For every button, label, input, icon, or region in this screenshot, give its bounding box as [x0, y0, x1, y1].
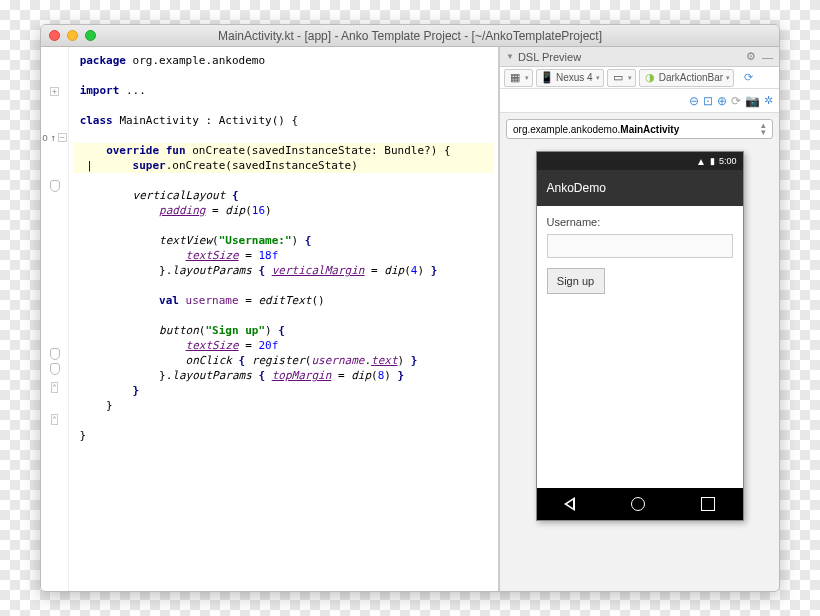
- fold-close-icon[interactable]: ⌃: [51, 382, 58, 393]
- keyword-val: val: [159, 294, 179, 307]
- code-editor[interactable]: + o↑− ⌃ ⌃ packa: [41, 47, 499, 591]
- method-params: savedInstanceState: Bundle?: [252, 144, 431, 157]
- prop-textSize: textSize: [186, 339, 239, 352]
- ide-window: MainActivity.kt - [app] - Anko Template …: [40, 24, 780, 592]
- shield-marker-icon: [50, 348, 60, 360]
- titlebar[interactable]: MainActivity.kt - [app] - Anko Template …: [41, 25, 779, 47]
- prop-text: text: [371, 354, 398, 367]
- prop-textSize: textSize: [186, 249, 239, 262]
- up-marker-icon[interactable]: ↑: [50, 132, 56, 143]
- call-dip: dip: [225, 204, 245, 217]
- preview-header[interactable]: ▼ DSL Preview ⚙ —: [500, 47, 779, 67]
- battery-icon: ▮: [710, 156, 715, 166]
- chevron-up-down-icon: ▴▾: [761, 122, 766, 136]
- dsl-preview-panel: ▼ DSL Preview ⚙ — ▦ 📱Nexus 4 ▭ ◑DarkActi…: [499, 47, 779, 591]
- phone-frame: ▲ ▮ 5:00 AnkoDemo Username: Sign up: [536, 151, 744, 521]
- phone-body: Username: Sign up: [537, 206, 743, 488]
- minimize-panel-icon[interactable]: —: [762, 51, 773, 63]
- zoom-fit-button[interactable]: ⊡: [703, 94, 713, 108]
- var-username: username: [186, 294, 239, 307]
- class-selector[interactable]: org.example.ankodemo.MainActivity ▴▾: [506, 119, 773, 139]
- call-layoutParams: layoutParams: [172, 264, 251, 277]
- settings-icon[interactable]: ✲: [764, 94, 773, 107]
- phone-appbar: AnkoDemo: [537, 170, 743, 206]
- prop-padding: padding: [159, 204, 205, 217]
- app-title: AnkoDemo: [547, 181, 606, 195]
- num-padding: 16: [252, 204, 265, 217]
- string-signup: "Sign up": [205, 324, 265, 337]
- prop-verticalMargin: verticalMargin: [272, 264, 365, 277]
- phone-time: 5:00: [719, 156, 737, 166]
- nav-home-icon[interactable]: [631, 497, 645, 511]
- super-call: onCreate: [172, 159, 225, 172]
- refresh-grey-icon[interactable]: ⟳: [731, 94, 741, 108]
- override-marker-icon[interactable]: o: [42, 132, 48, 143]
- username-label: Username:: [547, 216, 733, 228]
- nav-back-icon[interactable]: [564, 497, 575, 511]
- shield-marker-icon: [50, 363, 60, 375]
- preview-toolbar-zoom: ⊖ ⊡ ⊕ ⟳ 📷 ✲: [500, 89, 779, 113]
- prop-topMargin: topMargin: [272, 369, 332, 382]
- window-title: MainActivity.kt - [app] - Anko Template …: [41, 29, 779, 43]
- config-icon: ▦: [508, 71, 522, 85]
- refresh-button[interactable]: ⟳: [737, 69, 759, 87]
- code-area[interactable]: package org.example.ankodemo import ... …: [69, 47, 498, 591]
- device-label: Nexus 4: [556, 72, 593, 83]
- shield-marker-icon: [50, 180, 60, 192]
- theme-label: DarkActionBar: [659, 72, 723, 83]
- class-name: MainActivity: [119, 114, 198, 127]
- screenshot-icon[interactable]: 📷: [745, 94, 760, 108]
- call-onClick: onClick: [186, 354, 232, 367]
- keyword-import: import: [80, 84, 120, 97]
- call-register: register: [252, 354, 305, 367]
- preview-toolbar: ▦ 📱Nexus 4 ▭ ◑DarkActionBar ⟳: [500, 67, 779, 89]
- call-editText: editText: [258, 294, 311, 307]
- phone-preview-area: ▲ ▮ 5:00 AnkoDemo Username: Sign up: [500, 145, 779, 591]
- device-dropdown[interactable]: 📱Nexus 4: [536, 69, 604, 87]
- gear-icon[interactable]: ⚙: [746, 50, 756, 63]
- preview-title: DSL Preview: [518, 51, 581, 63]
- wifi-icon: ▲: [696, 156, 706, 167]
- call-button: button: [159, 324, 199, 337]
- num-textSize2: 20f: [258, 339, 278, 352]
- nav-recent-icon[interactable]: [701, 497, 715, 511]
- signup-button[interactable]: Sign up: [547, 268, 605, 294]
- keyword-fun: fun: [166, 144, 186, 157]
- collapse-icon[interactable]: ▼: [506, 52, 514, 61]
- config-dropdown[interactable]: ▦: [504, 69, 533, 87]
- editor-gutter[interactable]: + o↑− ⌃ ⌃: [41, 47, 69, 591]
- theme-dropdown[interactable]: ◑DarkActionBar: [639, 69, 734, 87]
- keyword-super: super: [133, 159, 166, 172]
- theme-icon: ◑: [643, 71, 657, 85]
- username-input[interactable]: [547, 234, 733, 258]
- keyword-class: class: [80, 114, 113, 127]
- method-name: onCreate: [192, 144, 245, 157]
- keyword-override: override: [106, 144, 159, 157]
- import-ellipsis: ...: [126, 84, 146, 97]
- fold-import-icon[interactable]: +: [50, 87, 59, 96]
- orientation-dropdown[interactable]: ▭: [607, 69, 636, 87]
- fold-close-icon[interactable]: ⌃: [51, 414, 58, 425]
- string-username: "Username:": [219, 234, 292, 247]
- num-textSize1: 18f: [258, 249, 278, 262]
- call-textView: textView: [159, 234, 212, 247]
- device-icon: 📱: [540, 71, 554, 85]
- num-topmargin: 8: [378, 369, 385, 382]
- keyword-package: package: [80, 54, 126, 67]
- orientation-icon: ▭: [611, 71, 625, 85]
- phone-statusbar: ▲ ▮ 5:00: [537, 152, 743, 170]
- super-class: Activity(): [219, 114, 285, 127]
- zoom-out-button[interactable]: ⊖: [689, 94, 699, 108]
- package-name: org.example.ankodemo: [133, 54, 265, 67]
- ref-username: username: [311, 354, 364, 367]
- call-verticalLayout: verticalLayout: [133, 189, 226, 202]
- class-selector-label: org.example.ankodemo.MainActivity: [513, 124, 679, 135]
- zoom-in-button[interactable]: ⊕: [717, 94, 727, 108]
- phone-navbar: [537, 488, 743, 520]
- content-area: + o↑− ⌃ ⌃ packa: [41, 47, 779, 591]
- super-arg: savedInstanceState: [232, 159, 351, 172]
- fold-method-icon[interactable]: −: [58, 133, 67, 142]
- num-vmargin: 4: [411, 264, 418, 277]
- refresh-icon: ⟳: [741, 71, 755, 85]
